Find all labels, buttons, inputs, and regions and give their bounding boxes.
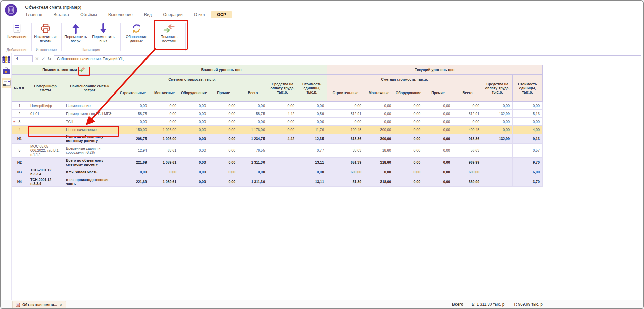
cell-value[interactable]: 132,99 [482,110,513,118]
tab-obyomy[interactable]: Объёмы [75,11,103,18]
cell-value[interactable]: 0,00 [423,134,453,144]
exclude-from-print-button[interactable]: Исключить из печати [32,20,59,43]
cell-value[interactable]: 0,00 [423,102,453,110]
binders-icon[interactable] [2,55,11,64]
cell-value[interactable]: 9,70 [513,158,543,167]
tab-osr[interactable]: ОСР [211,11,232,18]
table-row[interactable]: ✳3ТСН0,000,000,000,000,000,000,000,000,0… [12,118,543,126]
cell-value[interactable]: 1 176,00 [238,126,268,134]
cell-num[interactable]: И2 [12,158,27,167]
cell-name[interactable]: Всего по объектному сметному расчету [63,158,116,167]
base-col-stroitelnye[interactable]: Строительные [116,84,150,102]
cell-value[interactable] [268,158,297,167]
cell-code[interactable] [27,158,63,167]
cell-value[interactable]: 1 234,75 [238,134,268,144]
current-col-stroitelnye[interactable]: Строительные [327,84,364,102]
cell-value[interactable]: 0,00 [179,126,209,134]
cell-value[interactable]: 3,70 [513,177,543,187]
cell-value[interactable]: 0,00 [327,118,364,126]
cell-code[interactable]: 01-01 [27,110,63,118]
cell-value[interactable]: 0,00 [394,110,423,118]
cell-value[interactable]: 0,00 [268,126,297,134]
cell-value[interactable]: 0,00 [179,144,209,158]
cell-value[interactable]: 63,61 [150,144,179,158]
table-row[interactable]: 5МОС.05.05-006.2022, таб.В.1, п.1.1.1Вре… [12,144,543,158]
cell-value[interactable]: 400,45 [453,126,482,134]
cell-value[interactable]: 0,57 [513,144,543,158]
cell-value[interactable]: 0,00 [209,167,238,177]
base-col-oborudovanie[interactable]: Оборудование [179,84,209,102]
cell-value[interactable]: 0,00 [394,126,423,134]
cell-num[interactable]: 4 [12,126,27,134]
cell-value[interactable]: 0,00 [209,158,238,167]
cell-value[interactable]: 0,00 [423,126,453,134]
cell-value[interactable]: 0,00 [394,144,423,158]
cell-value[interactable]: 600,00 [453,167,482,177]
cell-num[interactable]: И4 [12,177,27,187]
cell-value[interactable] [482,177,513,187]
cell-value[interactable] [482,158,513,167]
cell-value[interactable]: 369,99 [453,177,482,187]
cell-num[interactable]: 5 [12,144,27,158]
cell-value[interactable]: 11,76 [297,126,327,134]
cell-value[interactable]: 12,35 [297,134,327,144]
tab-vypolnenie[interactable]: Выполнение [103,11,138,18]
cell-value[interactable]: 0,00 [327,102,364,110]
cell-value[interactable]: 0,00 [209,126,238,134]
cell-name[interactable]: Временные здания и сооружения 6.2% [63,144,116,158]
current-col-vsego[interactable]: Всего [453,84,482,102]
tab-operacii[interactable]: Операции [157,11,188,18]
cell-value[interactable]: 0,00 [209,144,238,158]
cell-value[interactable] [268,144,297,158]
cell-num[interactable]: 2 [12,110,27,118]
cell-value[interactable]: 0,00 [116,118,150,126]
cell-value[interactable]: 512,91 [453,110,482,118]
cell-value[interactable]: 4,42 [268,110,297,118]
cell-name[interactable]: Итого по объектному сметному расчету [63,134,116,144]
cell-value[interactable]: 0,00 [209,102,238,110]
table-row[interactable]: 201-01Пример сметы по ТСН МГЭ58,750,000,… [12,110,543,118]
cell-value[interactable]: 0,00 [423,118,453,126]
current-level-band-header[interactable]: Текущий уровень цен [327,65,543,75]
cell-value[interactable]: 0,00 [179,118,209,126]
formula-input[interactable] [54,55,641,62]
cell-num[interactable]: И1 [12,134,27,144]
cell-code[interactable]: МОС.05.05-006.2022, таб.В.1, п.1.1.1 [27,144,63,158]
cell-value[interactable]: 0,00 [364,118,394,126]
cell-value[interactable]: 969,99 [453,158,482,167]
col-header-code[interactable]: Номер/шифр сметы [27,75,63,102]
cell-value[interactable]: 0,00 [209,118,238,126]
cell-value[interactable]: 0,00 [423,144,453,158]
cell-value[interactable] [268,177,297,187]
cell-code[interactable] [27,126,63,134]
fx-icon[interactable]: fx [47,56,51,61]
cell-num[interactable]: ✳3 [12,118,27,126]
confirm-icon[interactable]: ✓ [41,56,45,61]
cell-value[interactable]: 38,03 [327,144,364,158]
table-row[interactable]: 1Номер/ШифрНаименование0,000,000,000,000… [12,102,543,110]
cell-value[interactable]: 651,39 [327,158,364,167]
cell-value[interactable]: 0,00 [394,177,423,187]
cell-value[interactable]: 0,00 [513,118,543,126]
cell-name[interactable]: Пример сметы по ТСН МГЭ [63,110,116,118]
cell-value[interactable]: 0,00 [268,118,297,126]
cell-value[interactable]: 5,13 [513,110,543,118]
cell-value[interactable] [482,167,513,177]
cell-value[interactable]: 4,00 [513,126,543,134]
cell-value[interactable]: 0,00 [513,102,543,110]
move-down-button[interactable]: Переместить вниз [90,20,117,43]
cell-value[interactable]: 208,75 [116,134,150,144]
cell-value[interactable]: 0,00 [209,134,238,144]
cell-value[interactable]: 9,13 [513,134,543,144]
cell-value[interactable]: 600,00 [327,167,364,177]
cell-value[interactable]: 56,63 [453,144,482,158]
cell-name[interactable]: в т.ч. жилая часть [63,167,116,177]
cell-value[interactable]: 221,69 [116,177,150,187]
cell-value[interactable]: 613,36 [327,134,364,144]
cell-value[interactable]: 1 026,00 [150,134,179,144]
cell-value[interactable]: 1 026,00 [150,126,179,134]
tab-otchet[interactable]: Отчет [188,11,211,18]
col-header-name[interactable]: Наименование сметы/затрат [63,75,116,102]
cell-value[interactable]: 300,00 [364,134,394,144]
cell-value[interactable]: 0,00 [482,118,513,126]
